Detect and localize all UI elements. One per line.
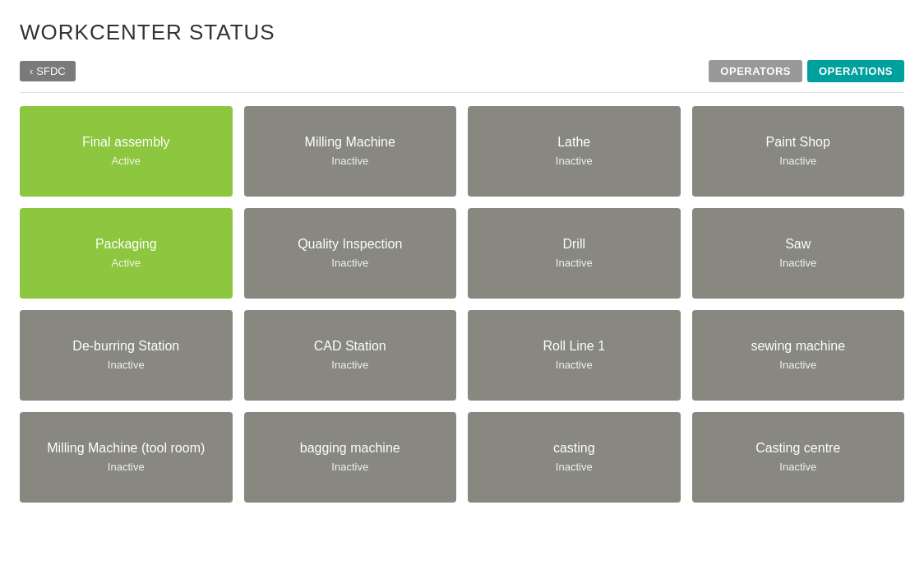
workcenter-name: Final assembly xyxy=(71,126,182,155)
workcenter-name: Milling Machine xyxy=(293,126,407,155)
workcenter-card[interactable]: De-burring StationInactive xyxy=(20,310,233,401)
workcenter-status: Inactive xyxy=(556,359,593,381)
workcenter-name: Saw xyxy=(774,228,822,257)
workcenter-name: bagging machine xyxy=(289,432,412,461)
workcenter-status: Inactive xyxy=(779,359,816,381)
workcenter-name: Casting centre xyxy=(744,432,852,461)
workcenter-card[interactable]: Milling Machine (tool room)Inactive xyxy=(20,412,233,503)
workcenter-status: Active xyxy=(112,155,141,177)
workcenter-status: Inactive xyxy=(108,359,145,381)
workcenter-card[interactable]: Casting centreInactive xyxy=(692,412,905,503)
workcenter-card[interactable]: sewing machineInactive xyxy=(692,310,905,401)
workcenter-status: Inactive xyxy=(331,359,368,381)
workcenter-card[interactable]: CAD StationInactive xyxy=(244,310,457,401)
workcenter-name: Packaging xyxy=(84,228,169,257)
workcenter-status: Inactive xyxy=(556,461,593,483)
operations-tab[interactable]: OPERATIONS xyxy=(807,60,904,82)
workcenter-name: casting xyxy=(542,432,607,461)
workcenter-status: Inactive xyxy=(779,461,816,483)
workcenter-status: Inactive xyxy=(331,461,368,483)
back-button[interactable]: SFDC xyxy=(20,61,76,81)
workcenter-card[interactable]: Quality InspectionInactive xyxy=(244,208,457,299)
workcenter-status: Inactive xyxy=(331,257,368,279)
workcenter-card[interactable]: bagging machineInactive xyxy=(244,412,457,503)
workcenter-card[interactable]: LatheInactive xyxy=(468,106,681,197)
workcenter-status: Inactive xyxy=(556,257,593,279)
page-wrapper: WORKCENTER STATUS SFDC OPERATORS OPERATI… xyxy=(0,0,924,522)
workcenter-name: sewing machine xyxy=(739,330,857,359)
toolbar: SFDC OPERATORS OPERATIONS xyxy=(20,60,904,93)
workcenter-status: Inactive xyxy=(779,155,816,177)
workcenter-name: Paint Shop xyxy=(755,126,842,155)
workcenter-name: Lathe xyxy=(546,126,602,155)
workcenter-card[interactable]: DrillInactive xyxy=(468,208,681,299)
workcenter-card[interactable]: Final assemblyActive xyxy=(20,106,233,197)
workcenter-status: Inactive xyxy=(331,155,368,177)
operators-tab[interactable]: OPERATORS xyxy=(709,60,802,82)
workcenter-status: Inactive xyxy=(779,257,816,279)
workcenter-grid: Final assemblyActiveMilling MachineInact… xyxy=(20,106,904,503)
toolbar-right: OPERATORS OPERATIONS xyxy=(709,60,904,82)
workcenter-card[interactable]: SawInactive xyxy=(692,208,905,299)
workcenter-card[interactable]: castingInactive xyxy=(468,412,681,503)
page-title: WORKCENTER STATUS xyxy=(20,20,904,45)
workcenter-name: Drill xyxy=(551,228,597,257)
workcenter-name: Roll Line 1 xyxy=(531,330,617,359)
workcenter-status: Inactive xyxy=(556,155,593,177)
workcenter-name: Milling Machine (tool room) xyxy=(35,432,216,461)
workcenter-status: Active xyxy=(112,257,141,279)
workcenter-name: CAD Station xyxy=(303,330,398,359)
workcenter-card[interactable]: Paint ShopInactive xyxy=(692,106,905,197)
workcenter-card[interactable]: PackagingActive xyxy=(20,208,233,299)
workcenter-card[interactable]: Milling MachineInactive xyxy=(244,106,457,197)
workcenter-name: De-burring Station xyxy=(61,330,191,359)
workcenter-status: Inactive xyxy=(108,461,145,483)
workcenter-name: Quality Inspection xyxy=(286,228,413,257)
workcenter-card[interactable]: Roll Line 1Inactive xyxy=(468,310,681,401)
